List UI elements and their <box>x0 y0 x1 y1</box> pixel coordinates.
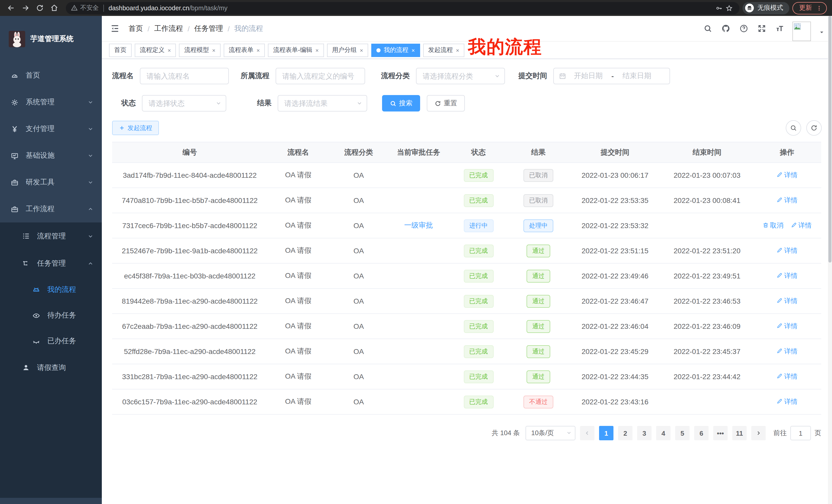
tab-发起流程[interactable]: 发起流程× <box>423 44 464 57</box>
close-icon[interactable]: × <box>257 47 260 53</box>
update-button[interactable]: 更新 <box>792 2 827 14</box>
cell-end-time: 2022-01-22 23:46:53 <box>661 288 753 314</box>
sidebar-item-请假查询[interactable]: 请假查询 <box>0 354 102 381</box>
menu-fold-icon[interactable] <box>109 23 120 34</box>
dashboard-icon <box>10 72 19 80</box>
action-详情[interactable]: 详情 <box>777 246 798 255</box>
breadcrumb-item[interactable]: 首页 <box>129 24 143 33</box>
page-button-2[interactable]: 2 <box>618 426 632 440</box>
chevron-up-icon <box>87 260 94 267</box>
tab-流程表单-编辑[interactable]: 流程表单-编辑× <box>268 44 324 57</box>
sidebar-item-待办任务[interactable]: 待办任务 <box>0 303 102 328</box>
tab-我的流程[interactable]: 我的流程× <box>371 44 420 57</box>
page-button-1[interactable]: 1 <box>599 426 614 440</box>
reset-button[interactable]: 重置 <box>427 95 465 111</box>
page-button-4[interactable]: 4 <box>656 426 671 440</box>
action-详情[interactable]: 详情 <box>777 347 798 356</box>
show-search-button[interactable] <box>786 120 801 136</box>
close-icon[interactable]: × <box>360 47 363 53</box>
sidebar-item-基础设施[interactable]: 基础设施 <box>0 142 102 169</box>
table-toolbar: 发起流程 <box>112 120 822 136</box>
create-process-button[interactable]: 发起流程 <box>112 121 159 135</box>
cell-current-task <box>388 339 449 364</box>
page-size-select[interactable]: 10条/页 <box>525 426 575 440</box>
cell-process-name: OA 请假 <box>267 188 329 213</box>
page-button-3[interactable]: 3 <box>637 426 651 440</box>
action-详情[interactable]: 详情 <box>777 171 798 180</box>
cell-current-task <box>388 188 449 213</box>
bookmark-star-icon[interactable] <box>724 3 734 13</box>
cell-process-name: OA 请假 <box>267 238 329 263</box>
search-button[interactable]: 搜索 <box>382 95 420 111</box>
close-icon[interactable]: × <box>167 47 171 53</box>
page-button-6[interactable]: 6 <box>694 426 709 440</box>
browser-menu-icon[interactable] <box>816 5 822 11</box>
result-badge: 通过 <box>526 370 550 383</box>
filter-category-input[interactable] <box>416 68 505 84</box>
cell-id: 7317cec6-7b9b-11ec-b5b7-acde48001122 <box>112 213 267 238</box>
sidebar-item-任务管理[interactable]: 任务管理 <box>0 250 102 277</box>
help-icon[interactable] <box>738 23 749 34</box>
filter-status-input[interactable] <box>142 95 226 111</box>
sidebar-item-流程管理[interactable]: 流程管理 <box>0 222 102 250</box>
filter-def-input[interactable] <box>276 68 365 84</box>
task-link[interactable]: 一级审批 <box>404 221 433 229</box>
font-size-icon[interactable] <box>774 23 785 34</box>
page-button-5[interactable]: 5 <box>675 426 690 440</box>
close-icon[interactable]: × <box>212 47 215 53</box>
cell-end-time: 2022-01-23 00:07:03 <box>661 163 753 188</box>
action-详情[interactable]: 详情 <box>777 196 798 205</box>
action-详情[interactable]: 详情 <box>790 221 812 230</box>
column-header: 流程名 <box>267 142 329 163</box>
search-icon[interactable] <box>702 23 713 34</box>
tab-label: 流程模型 <box>184 46 209 54</box>
action-详情[interactable]: 详情 <box>777 372 798 381</box>
scrollbar-thumb[interactable] <box>828 16 831 262</box>
breadcrumb-item[interactable]: 任务管理 <box>194 24 223 33</box>
next-page-button[interactable] <box>751 426 766 440</box>
breadcrumb-item[interactable]: 工作流程 <box>154 24 183 33</box>
back-icon[interactable] <box>5 2 17 13</box>
close-icon[interactable]: × <box>315 47 319 53</box>
sidebar-item-首页[interactable]: 首页 <box>0 62 102 89</box>
sidebar-logo[interactable]: 芋道管理系统 <box>0 16 102 62</box>
fullscreen-icon[interactable] <box>756 23 767 34</box>
sidebar-item-工作流程[interactable]: 工作流程 <box>0 196 102 222</box>
page-button-11[interactable]: 11 <box>732 426 747 440</box>
sidebar-item-已办任务[interactable]: 已办任务 <box>0 328 102 354</box>
address-bar[interactable]: 不安全 dashboard.yudao.iocoder.cn/bpm/task/… <box>66 2 739 14</box>
cell-id: ec45f38f-7b9a-11ec-b03b-acde48001122 <box>112 263 267 288</box>
reload-icon[interactable] <box>34 2 45 13</box>
close-icon[interactable]: × <box>411 47 415 53</box>
action-详情[interactable]: 详情 <box>777 297 798 306</box>
tab-首页[interactable]: 首页 <box>109 44 132 57</box>
action-详情[interactable]: 详情 <box>777 321 798 331</box>
tab-用户分组[interactable]: 用户分组× <box>327 44 368 57</box>
filter-result-input[interactable] <box>278 95 367 111</box>
sidebar-item-我的流程[interactable]: 我的流程 <box>0 277 102 303</box>
pager-more[interactable]: ••• <box>713 426 728 440</box>
sidebar-item-支付管理[interactable]: 支付管理 <box>0 116 102 142</box>
tab-流程表单[interactable]: 流程表单× <box>224 44 265 57</box>
tab-流程模型[interactable]: 流程模型× <box>179 44 220 57</box>
filter-name-input[interactable] <box>140 68 229 84</box>
prev-page-button[interactable] <box>580 426 594 440</box>
sidebar-item-系统管理[interactable]: 系统管理 <box>0 89 102 116</box>
avatar-caret-icon[interactable] <box>818 29 825 35</box>
action-详情[interactable]: 详情 <box>777 397 798 407</box>
goto-page-input[interactable] <box>790 426 811 440</box>
avatar[interactable] <box>792 21 811 41</box>
cell-process-name: OA 请假 <box>267 263 329 288</box>
sidebar-item-研发工具[interactable]: 研发工具 <box>0 169 102 196</box>
tab-流程定义[interactable]: 流程定义× <box>135 44 176 57</box>
key-icon[interactable] <box>714 3 724 13</box>
close-icon[interactable]: × <box>456 47 459 53</box>
forward-icon[interactable] <box>20 2 31 13</box>
home-icon[interactable] <box>48 2 60 13</box>
github-icon[interactable] <box>721 23 731 34</box>
refresh-button[interactable] <box>806 120 822 136</box>
filter-time-range[interactable]: 开始日期 - 结束日期 <box>553 68 670 84</box>
page-scrollbar[interactable] <box>828 16 832 504</box>
action-取消[interactable]: 取消 <box>762 221 783 230</box>
action-详情[interactable]: 详情 <box>777 271 798 281</box>
